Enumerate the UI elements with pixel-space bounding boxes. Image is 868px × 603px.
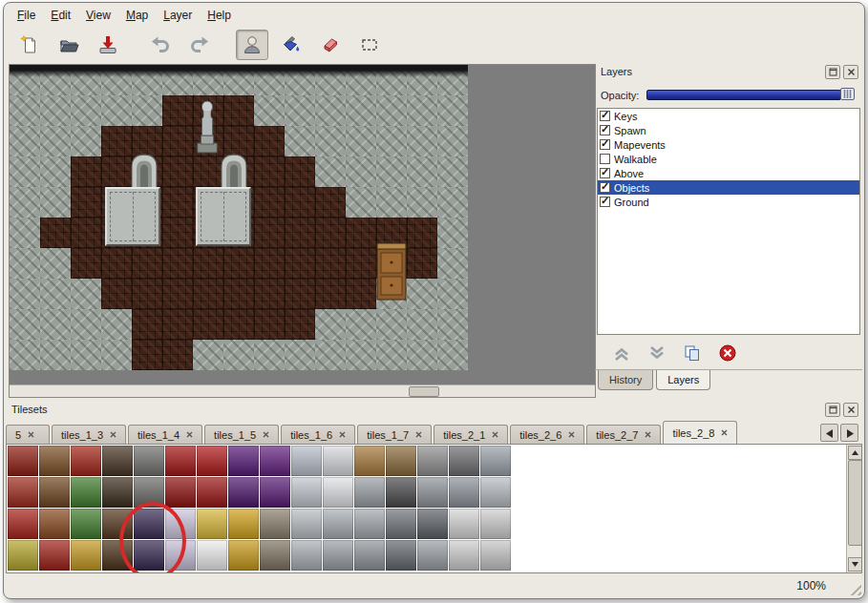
map-tile[interactable] — [223, 126, 254, 156]
scrollbar-thumb[interactable] — [409, 386, 439, 397]
map-tile[interactable] — [223, 340, 254, 370]
tileset-tile[interactable] — [260, 509, 290, 539]
map-tile[interactable] — [10, 126, 40, 156]
tileset-tile[interactable] — [291, 509, 322, 539]
map-tile[interactable] — [254, 309, 285, 340]
save-button[interactable] — [92, 30, 124, 60]
tileset-tab-tiles_2_6[interactable]: tiles_2_6 — [510, 425, 584, 444]
map-tile[interactable] — [40, 248, 71, 279]
map-tile[interactable] — [40, 65, 71, 95]
tileset-tile[interactable] — [386, 509, 416, 539]
map-tile[interactable] — [285, 156, 315, 187]
map-tile[interactable] — [437, 95, 468, 126]
map-tile[interactable] — [40, 187, 71, 218]
map-tile[interactable] — [162, 95, 193, 126]
map-tile[interactable] — [407, 248, 437, 279]
map-tile[interactable] — [162, 309, 193, 340]
map-tile[interactable] — [10, 340, 40, 370]
map-tile[interactable] — [407, 218, 437, 248]
map-tile[interactable] — [101, 156, 132, 187]
map-tile[interactable] — [285, 340, 315, 370]
map-tile[interactable] — [437, 126, 468, 156]
map-tile[interactable] — [254, 279, 285, 309]
map-tile[interactable] — [193, 340, 223, 370]
tileset-tile[interactable] — [228, 446, 259, 476]
map-tile[interactable] — [254, 187, 285, 218]
map-tile[interactable] — [223, 95, 254, 126]
tileset-tile[interactable] — [39, 540, 70, 571]
map-tile[interactable] — [254, 248, 285, 279]
tileset-vertical-scrollbar[interactable] — [846, 445, 861, 572]
tileset-tile[interactable] — [134, 446, 164, 476]
map-tile[interactable] — [193, 95, 223, 126]
tab-close-icon[interactable] — [721, 429, 728, 436]
map-tile[interactable] — [346, 156, 376, 187]
tileset-tile[interactable] — [417, 540, 448, 571]
map-tile[interactable] — [10, 187, 40, 218]
map-tile[interactable] — [162, 156, 193, 187]
tileset-tile[interactable] — [71, 477, 101, 508]
dock-tab-layers[interactable]: Layers — [656, 370, 710, 390]
tileset-tile[interactable] — [323, 477, 353, 508]
layer-visibility-checkbox[interactable] — [600, 197, 610, 207]
map-tile[interactable] — [315, 126, 346, 156]
tabs-scroll-right-button[interactable] — [840, 424, 858, 442]
map-tile[interactable] — [285, 218, 315, 248]
layer-up-button[interactable] — [610, 342, 633, 364]
tileset-tab-tiles_2_1[interactable]: tiles_2_1 — [434, 425, 508, 444]
map-tile[interactable] — [437, 156, 468, 187]
tileset-tile[interactable] — [71, 540, 101, 571]
tileset-tile[interactable] — [291, 540, 322, 571]
redo-button[interactable] — [183, 30, 216, 60]
stamp-tool-button[interactable] — [236, 30, 268, 60]
tileset-tile[interactable] — [8, 446, 38, 476]
map-tile[interactable] — [285, 248, 315, 279]
map-tile[interactable] — [376, 156, 407, 187]
tileset-tile[interactable] — [102, 446, 133, 476]
layer-row-mapevents[interactable]: Mapevents — [598, 137, 859, 152]
tileset-tile[interactable] — [8, 477, 38, 508]
map-tile[interactable] — [346, 218, 376, 248]
map-tile[interactable] — [315, 156, 346, 187]
map-tile[interactable] — [10, 95, 40, 126]
map-tile[interactable] — [437, 187, 468, 218]
map-tile[interactable] — [162, 218, 193, 248]
map-tile[interactable] — [437, 65, 468, 95]
map-tile[interactable] — [315, 218, 346, 248]
map-tile[interactable] — [71, 156, 101, 187]
map-tile[interactable] — [346, 340, 376, 370]
fill-tool-button[interactable] — [275, 30, 307, 60]
menu-map[interactable]: Map — [118, 6, 156, 25]
map-tile[interactable] — [71, 65, 101, 95]
tileset-tile[interactable] — [102, 477, 133, 508]
tileset-tile[interactable] — [386, 477, 416, 508]
map-tile[interactable] — [254, 65, 285, 95]
tileset-tab-tiles_2_7[interactable]: tiles_2_7 — [586, 425, 661, 444]
menu-edit[interactable]: Edit — [43, 6, 78, 25]
tileset-tile[interactable] — [260, 477, 290, 508]
map-tile[interactable] — [40, 126, 71, 156]
tab-close-icon[interactable] — [568, 431, 575, 438]
new-file-button[interactable] — [13, 30, 46, 60]
tileset-tile[interactable] — [228, 509, 259, 539]
map-tile[interactable] — [346, 187, 376, 218]
map-tile[interactable] — [223, 309, 254, 340]
map-tile[interactable] — [315, 248, 346, 279]
map-tile[interactable] — [285, 187, 315, 218]
scroll-down-button[interactable] — [848, 557, 862, 572]
tileset-tile[interactable] — [291, 446, 322, 476]
map-tile[interactable] — [71, 248, 101, 279]
layer-row-keys[interactable]: Keys — [598, 109, 859, 123]
tab-close-icon[interactable] — [339, 431, 346, 438]
map-tile[interactable] — [40, 279, 71, 309]
tab-close-icon[interactable] — [186, 431, 193, 438]
map-tile[interactable] — [223, 156, 254, 187]
tileset-tile[interactable] — [134, 540, 164, 571]
tileset-tile[interactable] — [323, 509, 353, 539]
tileset-tile[interactable] — [449, 509, 479, 539]
tileset-tab-tiles_1_5[interactable]: tiles_1_5 — [204, 425, 279, 444]
map-tile[interactable] — [193, 218, 223, 248]
map-tile[interactable] — [223, 248, 254, 279]
map-tile[interactable] — [132, 95, 162, 126]
map-tile[interactable] — [223, 218, 254, 248]
